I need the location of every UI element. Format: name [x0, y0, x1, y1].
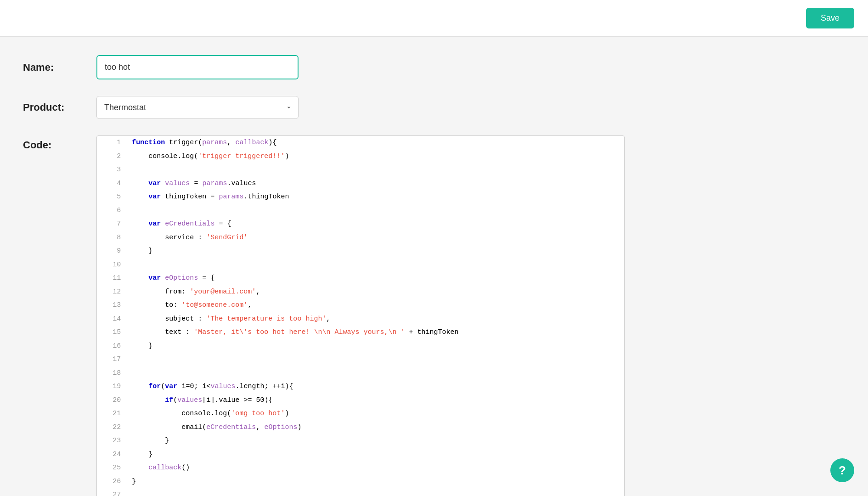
line-number: 21: [97, 407, 128, 421]
table-row: 11 var eOptions = {: [97, 271, 624, 285]
line-number: 11: [97, 271, 128, 285]
line-number: 1: [97, 136, 128, 150]
line-code: }: [128, 244, 624, 258]
line-code: [128, 353, 624, 366]
line-number: 2: [97, 150, 128, 163]
line-code: var eCredentials = {: [128, 217, 624, 231]
code-label: Code:: [23, 135, 96, 151]
line-code: if(values[i].value >= 50){: [128, 394, 624, 407]
line-number: 5: [97, 190, 128, 204]
line-code: }: [128, 448, 624, 462]
table-row: 8 service : 'SendGrid': [97, 231, 624, 245]
line-code: function trigger(params, callback){: [128, 136, 624, 150]
name-label: Name:: [23, 62, 96, 73]
line-number: 22: [97, 421, 128, 434]
line-code: }: [128, 434, 624, 448]
line-number: 12: [97, 285, 128, 299]
line-code: [128, 258, 624, 272]
line-code: text : 'Master, it\'s too hot here! \n\n…: [128, 326, 624, 339]
line-code: callback(): [128, 461, 624, 475]
line-number: 7: [97, 217, 128, 231]
table-row: 18: [97, 366, 624, 380]
line-code: var values = params.values: [128, 177, 624, 191]
line-code: console.log('omg too hot'): [128, 407, 624, 421]
line-number: 17: [97, 353, 128, 366]
table-row: 2 console.log('trigger triggered!!'): [97, 150, 624, 163]
table-row: 7 var eCredentials = {: [97, 217, 624, 231]
table-row: 13 to: 'to@someone.com',: [97, 299, 624, 312]
table-row: 25 callback(): [97, 461, 624, 475]
line-number: 24: [97, 448, 128, 462]
line-number: 4: [97, 177, 128, 191]
table-row: 1function trigger(params, callback){: [97, 136, 624, 150]
line-code: email(eCredentials, eOptions): [128, 421, 624, 434]
line-number: 27: [97, 488, 128, 496]
line-code: }: [128, 475, 624, 489]
line-number: 26: [97, 475, 128, 489]
line-number: 3: [97, 163, 128, 177]
table-row: 24 }: [97, 448, 624, 462]
name-row: Name:: [23, 55, 845, 79]
table-row: 17: [97, 353, 624, 366]
line-code: from: 'your@email.com',: [128, 285, 624, 299]
line-number: 19: [97, 380, 128, 394]
line-number: 13: [97, 299, 128, 312]
table-row: 5 var thingToken = params.thingToken: [97, 190, 624, 204]
line-code: to: 'to@someone.com',: [128, 299, 624, 312]
line-code: console.log('trigger triggered!!'): [128, 150, 624, 163]
line-code: [128, 366, 624, 380]
table-row: 16 }: [97, 339, 624, 353]
line-code: for(var i=0; i<values.length; ++i){: [128, 380, 624, 394]
line-number: 16: [97, 339, 128, 353]
line-number: 23: [97, 434, 128, 448]
line-code: [128, 204, 624, 218]
name-input[interactable]: [96, 55, 299, 79]
table-row: 3: [97, 163, 624, 177]
line-code: var thingToken = params.thingToken: [128, 190, 624, 204]
table-row: 23 }: [97, 434, 624, 448]
table-row: 19 for(var i=0; i<values.length; ++i){: [97, 380, 624, 394]
line-number: 9: [97, 244, 128, 258]
product-select[interactable]: Thermostat Light Switch Camera Sensor: [96, 96, 299, 119]
line-number: 18: [97, 366, 128, 380]
line-number: 6: [97, 204, 128, 218]
main-content: Name: Product: Thermostat Light Switch C…: [0, 37, 868, 496]
line-number: 25: [97, 461, 128, 475]
table-row: 20 if(values[i].value >= 50){: [97, 394, 624, 407]
line-code: subject : 'The temperature is too high',: [128, 312, 624, 326]
table-row: 10: [97, 258, 624, 272]
product-label: Product:: [23, 101, 96, 113]
help-button[interactable]: ?: [830, 458, 854, 482]
line-code: [128, 488, 624, 496]
line-number: 15: [97, 326, 128, 339]
table-row: 4 var values = params.values: [97, 177, 624, 191]
save-button[interactable]: Save: [806, 8, 854, 28]
line-code: service : 'SendGrid': [128, 231, 624, 245]
line-number: 10: [97, 258, 128, 272]
product-row: Product: Thermostat Light Switch Camera …: [23, 96, 845, 119]
code-table: 1function trigger(params, callback){2 co…: [97, 136, 624, 496]
line-number: 20: [97, 394, 128, 407]
code-row: Code: 1function trigger(params, callback…: [23, 135, 845, 496]
code-editor[interactable]: 1function trigger(params, callback){2 co…: [96, 135, 625, 496]
table-row: 9 }: [97, 244, 624, 258]
line-number: 8: [97, 231, 128, 245]
line-code: [128, 163, 624, 177]
table-row: 12 from: 'your@email.com',: [97, 285, 624, 299]
top-bar: Save: [0, 0, 868, 37]
line-code: }: [128, 339, 624, 353]
table-row: 14 subject : 'The temperature is too hig…: [97, 312, 624, 326]
table-row: 21 console.log('omg too hot'): [97, 407, 624, 421]
table-row: 27: [97, 488, 624, 496]
table-row: 26}: [97, 475, 624, 489]
line-code: var eOptions = {: [128, 271, 624, 285]
line-number: 14: [97, 312, 128, 326]
table-row: 15 text : 'Master, it\'s too hot here! \…: [97, 326, 624, 339]
table-row: 22 email(eCredentials, eOptions): [97, 421, 624, 434]
table-row: 6: [97, 204, 624, 218]
